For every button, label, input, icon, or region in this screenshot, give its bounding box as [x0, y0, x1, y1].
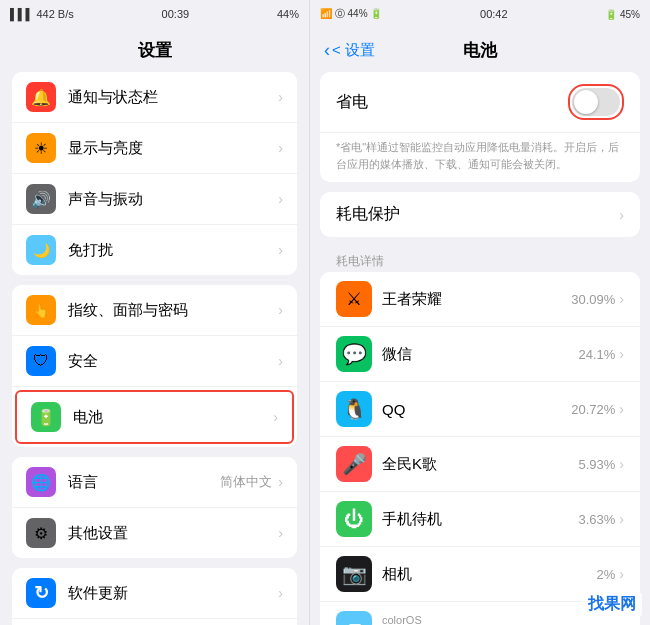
- settings-item-display[interactable]: ☀ 显示与亮度 ›: [12, 123, 297, 174]
- app-list: ⚔ 王者荣耀 30.09% › 💬 微信 24.1% › 🐧 QQ 20.72%: [320, 272, 640, 625]
- security-icon: 🛡: [26, 346, 56, 376]
- wechat-name: 微信: [382, 345, 578, 364]
- other-icon: ⚙: [26, 518, 56, 548]
- launcher-icon: ⊞: [336, 611, 372, 625]
- fingerprint-icon: 👆: [26, 295, 56, 325]
- language-label: 语言: [68, 473, 220, 492]
- settings-group-4: ↻ 软件更新 › ℹ 关于手机 ›: [12, 568, 297, 625]
- left-signal: ▌▌▌ 442 B/s: [10, 8, 74, 20]
- app-usage-section: 耗电详情 ⚔ 王者荣耀 30.09% › 💬 微信 24.1% ›: [320, 247, 640, 625]
- settings-item-about[interactable]: ℹ 关于手机 ›: [12, 619, 297, 625]
- chevron-icon: ›: [619, 401, 624, 417]
- launcher-percent: 1.37%: [578, 622, 615, 626]
- left-status-bar: ▌▌▌ 442 B/s 00:39 44%: [0, 0, 309, 28]
- power-protection-label: 耗电保护: [336, 204, 619, 225]
- chevron-icon: ›: [278, 302, 283, 318]
- power-save-section: 省电 *省电"样通过智能监控自动应用降低电量消耗。开启后，后台应用的媒体播放、下…: [320, 72, 640, 182]
- watermark: 找果网: [582, 592, 642, 617]
- back-button[interactable]: ‹ < 设置: [324, 40, 375, 61]
- left-panel: ▌▌▌ 442 B/s 00:39 44% 设置 🔔 通知与状态栏 › ☀ 显示…: [0, 0, 310, 625]
- settings-group-2: 👆 指纹、面部与密码 › 🛡 安全 › 🔋 电池 ›: [12, 285, 297, 447]
- right-page-title: 电池: [375, 39, 586, 62]
- settings-list: 🔔 通知与状态栏 › ☀ 显示与亮度 › 🔊 声音与振动 › 🌙 免打扰 ›: [0, 72, 309, 625]
- left-time: 00:39: [162, 8, 190, 20]
- wzry-name: 王者荣耀: [382, 290, 571, 309]
- sound-label: 声音与振动: [68, 190, 278, 209]
- battery-label: 电池: [73, 408, 273, 427]
- power-save-label: 省电: [336, 92, 568, 113]
- settings-item-language[interactable]: 🌐 语言 简体中文 ›: [12, 457, 297, 508]
- settings-item-fingerprint[interactable]: 👆 指纹、面部与密码 ›: [12, 285, 297, 336]
- display-icon: ☀: [26, 133, 56, 163]
- chevron-icon: ›: [619, 566, 624, 582]
- right-time: 00:42: [480, 8, 508, 20]
- standby-icon: ⏻: [336, 501, 372, 537]
- camera-percent: 2%: [597, 567, 616, 582]
- changba-name: 全民K歌: [382, 455, 578, 474]
- qq-name: QQ: [382, 401, 571, 418]
- chevron-icon: ›: [278, 242, 283, 258]
- app-row-changba[interactable]: 🎤 全民K歌 5.93% ›: [320, 437, 640, 492]
- settings-item-notification[interactable]: 🔔 通知与状态栏 ›: [12, 72, 297, 123]
- settings-group-3: 🌐 语言 简体中文 › ⚙ 其他设置 ›: [12, 457, 297, 558]
- language-icon: 🌐: [26, 467, 56, 497]
- power-protection-row[interactable]: 耗电保护 ›: [320, 192, 640, 237]
- power-save-toggle-container: [568, 84, 624, 120]
- notification-label: 通知与状态栏: [68, 88, 278, 107]
- back-label: < 设置: [332, 41, 375, 60]
- settings-item-update[interactable]: ↻ 软件更新 ›: [12, 568, 297, 619]
- chevron-icon: ›: [273, 409, 278, 425]
- chevron-icon: ›: [278, 353, 283, 369]
- right-content: 省电 *省电"样通过智能监控自动应用降低电量消耗。开启后，后台应用的媒体播放、下…: [310, 72, 650, 625]
- settings-item-sound[interactable]: 🔊 声音与振动 ›: [12, 174, 297, 225]
- fingerprint-label: 指纹、面部与密码: [68, 301, 278, 320]
- changba-icon: 🎤: [336, 446, 372, 482]
- qq-icon: 🐧: [336, 391, 372, 427]
- update-icon: ↻: [26, 578, 56, 608]
- app-row-qq[interactable]: 🐧 QQ 20.72% ›: [320, 382, 640, 437]
- right-nav-bar: ‹ < 设置 电池: [310, 28, 650, 72]
- notification-icon: 🔔: [26, 82, 56, 112]
- chevron-icon: ›: [278, 89, 283, 105]
- power-protection-section: 耗电保护 ›: [320, 192, 640, 237]
- settings-item-security[interactable]: 🛡 安全 ›: [12, 336, 297, 387]
- settings-item-battery[interactable]: 🔋 电池 ›: [15, 390, 294, 444]
- back-arrow-icon: ‹: [324, 40, 330, 61]
- settings-group-1: 🔔 通知与状态栏 › ☀ 显示与亮度 › 🔊 声音与振动 › 🌙 免打扰 ›: [12, 72, 297, 275]
- chevron-icon: ›: [278, 474, 283, 490]
- qq-percent: 20.72%: [571, 402, 615, 417]
- chevron-icon: ›: [278, 525, 283, 541]
- camera-name: 相机: [382, 565, 597, 584]
- power-save-note: *省电"样通过智能监控自动应用降低电量消耗。开启后，后台应用的媒体播放、下载、通…: [320, 133, 640, 182]
- left-battery: 44%: [277, 8, 299, 20]
- standby-percent: 3.63%: [578, 512, 615, 527]
- chevron-icon: ›: [278, 585, 283, 601]
- chevron-icon: ›: [619, 346, 624, 362]
- dnd-label: 免打扰: [68, 241, 278, 260]
- right-status-bar: 📶 ⓪ 44% 🔋 00:42 🔋 45%: [310, 0, 650, 28]
- camera-icon: 📷: [336, 556, 372, 592]
- wechat-percent: 24.1%: [578, 347, 615, 362]
- wechat-icon: 💬: [336, 336, 372, 372]
- dnd-icon: 🌙: [26, 235, 56, 265]
- wzry-percent: 30.09%: [571, 292, 615, 307]
- launcher-prefix: colorOS: [382, 614, 578, 626]
- chevron-icon: ›: [619, 456, 624, 472]
- app-row-standby[interactable]: ⏻ 手机待机 3.63% ›: [320, 492, 640, 547]
- power-save-toggle[interactable]: [572, 88, 620, 116]
- battery-icon: 🔋: [31, 402, 61, 432]
- chevron-icon: ›: [619, 291, 624, 307]
- chevron-icon: ›: [619, 621, 624, 625]
- app-row-wechat[interactable]: 💬 微信 24.1% ›: [320, 327, 640, 382]
- power-save-row: 省电: [320, 72, 640, 133]
- settings-item-other[interactable]: ⚙ 其他设置 ›: [12, 508, 297, 558]
- right-signal: 📶 ⓪ 44% 🔋: [320, 7, 382, 21]
- changba-percent: 5.93%: [578, 457, 615, 472]
- chevron-icon: ›: [619, 511, 624, 527]
- usage-section-header: 耗电详情: [320, 247, 640, 272]
- settings-item-dnd[interactable]: 🌙 免打扰 ›: [12, 225, 297, 275]
- wzry-icon: ⚔: [336, 281, 372, 317]
- app-row-wzry[interactable]: ⚔ 王者荣耀 30.09% ›: [320, 272, 640, 327]
- left-page-title: 设置: [0, 28, 309, 72]
- right-battery: 🔋 45%: [605, 9, 640, 20]
